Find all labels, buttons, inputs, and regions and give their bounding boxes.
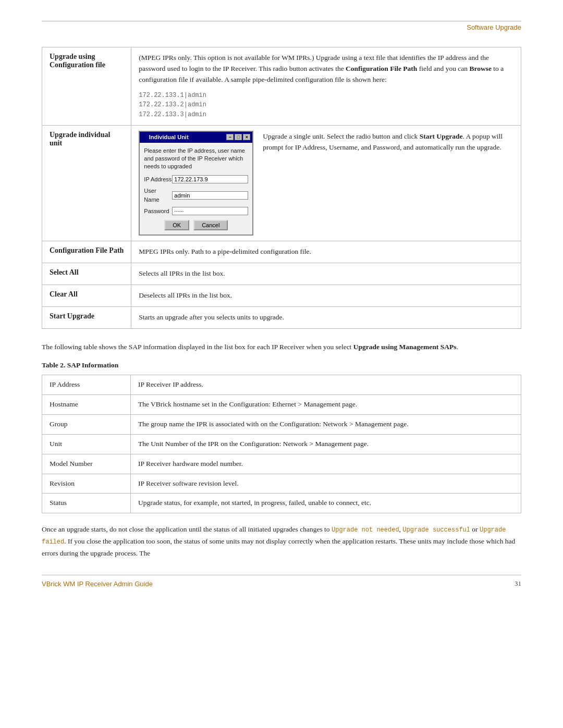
sap-label-model-number: Model Number [42, 454, 131, 474]
table-row: Start UpgradeStarts an upgrade after you… [42, 306, 521, 328]
footer-page-number: 31 [515, 579, 521, 588]
maximize-button[interactable]: □ [235, 134, 242, 140]
popup-field-input-user-name[interactable] [172, 191, 248, 200]
sap-content-revision: IP Receiver software revision level. [131, 474, 521, 493]
inline-code: Upgrade successful [402, 526, 470, 534]
row-label-config-file-path: Configuration File Path [42, 241, 131, 263]
row-text-start-upgrade: Starts an upgrade after you selects unit… [139, 312, 513, 323]
popup-field-ip-address: IP Address [144, 175, 248, 184]
main-table: Upgrade usingConfiguration file(MPEG IPR… [42, 47, 521, 329]
row-content-upgrade-individual-unit: WIndividual Unit−□×Please enter the IP a… [131, 125, 521, 241]
row-content-clear-all: Deselects all IPRs in the list box. [131, 285, 521, 306]
sap-table: IP AddressIP Receiver IP address.Hostnam… [42, 375, 521, 513]
sap-label-ip-address: IP Address [42, 375, 131, 394]
table-row: Clear AllDeselects all IPRs in the list … [42, 285, 521, 306]
footer-left: VBrick WM IP Receiver Admin Guide [42, 580, 153, 588]
popup-title: WIndividual Unit [142, 133, 188, 142]
sap-table-row: HostnameThe VBrick hostname set in the C… [42, 394, 521, 414]
popup-field-label: User Name [144, 187, 172, 204]
sap-label-hostname: Hostname [42, 394, 131, 414]
row-content-select-all: Selects all IPRs in the list box. [131, 263, 521, 285]
row-label-clear-all: Clear All [42, 285, 131, 306]
sap-label-revision: Revision [42, 474, 131, 493]
row-text-config-file-path: MPEG IPRs only. Path to a pipe-delimited… [139, 246, 513, 257]
sap-content-unit: The Unit Number of the IPR on the Config… [131, 434, 521, 454]
page: Software Upgrade Upgrade usingConfigurat… [0, 0, 563, 619]
popup-field-input-ip-address[interactable] [172, 175, 248, 183]
sap-table-row: GroupThe group name the IPR is associate… [42, 414, 521, 434]
sap-content-status: Upgrade status, for example, not started… [131, 493, 521, 513]
sap-label-unit: Unit [42, 434, 131, 454]
sap-table-row: StatusUpgrade status, for example, not s… [42, 493, 521, 513]
sap-table-row: Model NumberIP Receiver hardware model n… [42, 454, 521, 474]
individual-unit-popup: WIndividual Unit−□×Please enter the IP a… [139, 131, 253, 236]
ok-button[interactable]: OK [164, 220, 189, 230]
header-divider [42, 21, 521, 21]
row-content-upgrade-config-file: (MPEG IPRs only. This option is not avai… [131, 47, 521, 126]
row-label-start-upgrade: Start Upgrade [42, 306, 131, 328]
popup-field-password: Password [144, 207, 248, 216]
row-label-select-all: Select All [42, 263, 131, 285]
table-row: Configuration File PathMPEG IPRs only. P… [42, 241, 521, 263]
row-text-select-all: Selects all IPRs in the list box. [139, 268, 513, 279]
sap-content-group: The group name the IPR is associated wit… [131, 414, 521, 434]
row-label-upgrade-individual-unit: Upgrade individualunit [42, 125, 131, 241]
sap-label-group: Group [42, 414, 131, 434]
popup-field-label: IP Address [144, 175, 172, 184]
minimize-button[interactable]: − [226, 134, 234, 140]
footer: VBrick WM IP Receiver Admin Guide 31 [42, 575, 521, 588]
table-row: Upgrade usingConfiguration file(MPEG IPR… [42, 47, 521, 126]
popup-title-bar: WIndividual Unit−□× [140, 132, 252, 143]
inline-code: Upgrade not needed [332, 526, 399, 534]
sap-table-row: RevisionIP Receiver software revision le… [42, 474, 521, 493]
popup-field-user-name: User Name [144, 187, 248, 204]
cancel-button[interactable]: Cancel [193, 220, 228, 230]
sap-content-model-number: IP Receiver hardware model number. [131, 454, 521, 474]
popup-field-input-password[interactable] [172, 207, 248, 215]
address-line: 172.22.133.2|admin [139, 100, 513, 110]
sap-content-hostname: The VBrick hostname set in the Configura… [131, 394, 521, 414]
sap-content-ip-address: IP Receiver IP address. [131, 375, 521, 394]
table2-label: Table 2. SAP Information [42, 361, 521, 369]
upgrade-individual-desc: Upgrade a single unit. Select the radio … [263, 131, 513, 153]
close-button[interactable]: × [243, 134, 250, 140]
address-line: 172.22.133.3|admin [139, 110, 513, 120]
sap-table-row: IP AddressIP Receiver IP address. [42, 375, 521, 394]
paragraph2: Once an upgrade starts, do not close the… [42, 524, 521, 559]
sap-label-status: Status [42, 493, 131, 513]
table-row: Upgrade individualunitWIndividual Unit−□… [42, 125, 521, 241]
table-row: Select AllSelects all IPRs in the list b… [42, 263, 521, 285]
row-content-start-upgrade: Starts an upgrade after you selects unit… [131, 306, 521, 328]
breadcrumb: Software Upgrade [42, 23, 521, 31]
address-line: 172.22.133.1|admin [139, 91, 513, 101]
row-content-config-file-path: MPEG IPRs only. Path to a pipe-delimited… [131, 241, 521, 263]
sap-table-row: UnitThe Unit Number of the IPR on the Co… [42, 434, 521, 454]
row-label-upgrade-config-file: Upgrade usingConfiguration file [42, 47, 131, 126]
popup-field-label: Password [144, 207, 172, 216]
row-text-clear-all: Deselects all IPRs in the list box. [139, 290, 513, 301]
paragraph1: The following table shows the SAP inform… [42, 341, 521, 353]
popup-description: Please enter the IP address, user name a… [144, 147, 248, 171]
